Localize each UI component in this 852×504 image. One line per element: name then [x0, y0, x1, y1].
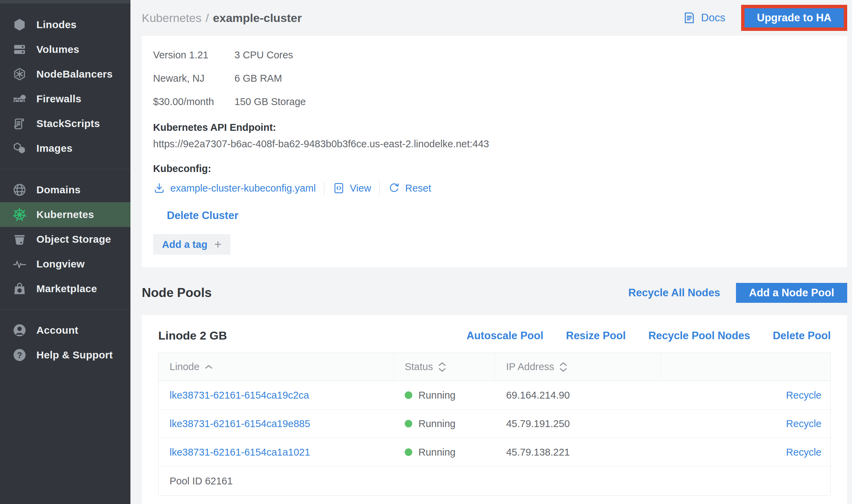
sidebar-item-label: Domains [36, 184, 81, 196]
recycle-node-link[interactable]: Recycle [786, 390, 821, 401]
spec-price: $30.00/month [153, 96, 234, 107]
add-node-pool-button[interactable]: Add a Node Pool [736, 283, 847, 303]
sidebar-item-kubernetes[interactable]: Kubernetes [0, 202, 130, 227]
column-header-status[interactable]: Status [394, 353, 495, 381]
sort-both-icon [560, 362, 567, 373]
delete-pool-link[interactable]: Delete Pool [773, 330, 831, 342]
node-pools-header: Node Pools Recycle All Nodes Add a Node … [142, 277, 847, 308]
pool-header: Linode 2 GB Autoscale Pool Resize Pool R… [158, 329, 831, 342]
sidebar-item-object-storage[interactable]: Object Storage [0, 227, 130, 252]
breadcrumb-section-link[interactable]: Kubernetes [142, 11, 202, 25]
status-running-icon [405, 391, 412, 399]
topbar: Kubernetes / example-cluster Docs Upgrad… [142, 0, 847, 36]
status-running-icon [405, 420, 412, 427]
kubeconfig-download-link[interactable]: example-cluster-kubeconfig.yaml [153, 182, 316, 194]
kubernetes-icon [12, 207, 27, 222]
breadcrumb: Kubernetes / example-cluster [142, 11, 302, 25]
node-ip: 45.79.191.250 [495, 410, 661, 438]
node-row: lke38731-62161-6154ca19c2ca Running 69.1… [159, 381, 830, 410]
breadcrumb-separator: / [206, 11, 209, 25]
domains-icon [12, 182, 27, 198]
node-link[interactable]: lke38731-62161-6154ca19e885 [159, 410, 394, 438]
node-row: lke38731-62161-6154ca1a1021 Running 45.7… [159, 438, 830, 467]
node-row: lke38731-62161-6154ca19e885 Running 45.7… [159, 410, 830, 438]
resize-pool-link[interactable]: Resize Pool [566, 330, 626, 342]
sidebar-item-volumes[interactable]: Volumes [0, 37, 130, 62]
download-icon [153, 182, 165, 194]
docs-label: Docs [701, 12, 725, 24]
sidebar-item-images[interactable]: Images [0, 136, 130, 161]
node-ip: 45.79.138.221 [495, 438, 661, 466]
node-pool-card: Linode 2 GB Autoscale Pool Resize Pool R… [142, 315, 847, 504]
api-endpoint-label: Kubernetes API Endpoint: [153, 122, 833, 133]
sidebar-item-marketplace[interactable]: Marketplace [0, 276, 130, 301]
sidebar-item-label: Longview [36, 258, 85, 270]
help-icon: ? [12, 347, 27, 363]
longview-icon [12, 256, 27, 272]
page-title: example-cluster [213, 11, 302, 25]
cluster-specs: Version 1.21 3 CPU Cores Newark, NJ 6 GB… [153, 49, 306, 107]
object-storage-icon [12, 231, 27, 247]
kubeconfig-label: Kubeconfig: [153, 163, 833, 174]
sidebar-item-firewalls[interactable]: Firewalls [0, 87, 130, 111]
column-header-ip-address[interactable]: IP Address [495, 353, 661, 381]
sidebar-top-strip [0, 0, 130, 3]
recycle-node-link[interactable]: Recycle [786, 418, 821, 429]
sidebar-item-stackscripts[interactable]: StackScripts [0, 111, 130, 136]
sort-asc-icon [205, 365, 212, 369]
status-running-icon [405, 448, 412, 456]
node-status: Running [394, 410, 495, 438]
sidebar-item-label: Account [36, 324, 78, 336]
sidebar-item-label: StackScripts [36, 118, 100, 129]
add-tag-button[interactable]: Add a tag + [153, 234, 230, 255]
status-label: Running [418, 390, 456, 401]
sidebar-item-account[interactable]: Account [0, 318, 130, 343]
app-window: Linodes Volumes NodeBalancers Firewalls [0, 0, 852, 504]
node-link[interactable]: lke38731-62161-6154ca19c2ca [159, 381, 394, 409]
account-icon [12, 322, 27, 338]
images-icon [12, 140, 27, 156]
node-link[interactable]: lke38731-62161-6154ca1a1021 [159, 438, 394, 466]
sidebar-item-domains[interactable]: Domains [0, 177, 130, 202]
pool-name: Linode 2 GB [158, 329, 227, 342]
spec-version: Version 1.21 [153, 49, 234, 60]
node-pools-title: Node Pools [142, 286, 212, 300]
spec-ram: 6 GB RAM [234, 73, 306, 84]
separator [379, 181, 380, 195]
status-label: Running [418, 447, 456, 458]
volumes-icon [12, 42, 27, 57]
sidebar-item-label: Firewalls [36, 93, 81, 105]
kubeconfig-view-link[interactable]: View [333, 182, 371, 194]
pool-id-row: Pool ID 62161 [159, 467, 830, 495]
recycle-pool-nodes-link[interactable]: Recycle Pool Nodes [648, 330, 750, 342]
docs-link[interactable]: Docs [682, 11, 725, 25]
linodes-icon [12, 17, 27, 33]
sidebar-item-label: Marketplace [36, 283, 97, 295]
spec-cpu: 3 CPU Cores [234, 49, 306, 60]
node-status: Running [394, 381, 495, 409]
view-code-icon [333, 182, 345, 194]
sidebar-item-linodes[interactable]: Linodes [0, 12, 130, 37]
column-header-actions [661, 353, 830, 381]
marketplace-icon [12, 281, 27, 297]
node-ip: 69.164.214.90 [495, 381, 661, 409]
column-label: Status [405, 361, 433, 373]
sidebar-item-label: Volumes [36, 44, 79, 55]
sidebar-item-nodebalancers[interactable]: NodeBalancers [0, 62, 130, 87]
upgrade-to-ha-button[interactable]: Upgrade to HA [745, 8, 844, 27]
kubeconfig-reset-link[interactable]: Reset [388, 182, 431, 194]
sidebar-item-longview[interactable]: Longview [0, 252, 130, 276]
delete-cluster-button[interactable]: Delete Cluster [167, 209, 238, 222]
reset-icon [388, 182, 400, 194]
plus-icon: + [214, 238, 221, 251]
recycle-node-link[interactable]: Recycle [786, 447, 821, 458]
recycle-all-nodes-link[interactable]: Recycle All Nodes [628, 287, 720, 299]
upgrade-highlight-box: Upgrade to HA [741, 5, 847, 31]
pool-actions: Autoscale Pool Resize Pool Recycle Pool … [467, 330, 831, 342]
main-content: Kubernetes / example-cluster Docs Upgrad… [130, 0, 852, 504]
docs-icon [682, 11, 696, 25]
column-header-linode[interactable]: Linode [159, 353, 394, 381]
api-endpoint-value: https://9e2a7307-b6ac-408f-ba62-9483b0b3… [153, 138, 833, 150]
autoscale-pool-link[interactable]: Autoscale Pool [467, 330, 543, 342]
sidebar-item-help-support[interactable]: ? Help & Support [0, 343, 130, 367]
